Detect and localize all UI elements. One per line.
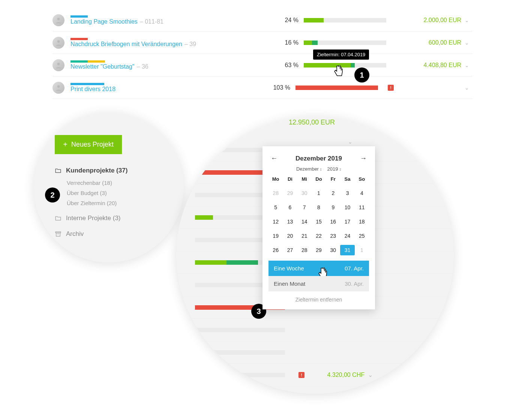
weekday-header: So [355, 176, 369, 184]
chevron-down-icon[interactable]: ⌄ [461, 40, 472, 46]
alert-icon: ! [298, 372, 304, 378]
amount: 4.320,00 CHF [308, 372, 364, 378]
calendar-day[interactable]: 28 [268, 188, 283, 198]
progress-percent: 103 % [260, 84, 290, 91]
calendar-day[interactable]: 27 [283, 245, 297, 255]
avatar [52, 37, 64, 49]
calendar-day[interactable]: 28 [297, 245, 312, 255]
project-code: – 011-81 [140, 18, 164, 25]
plus-icon: + [63, 140, 68, 149]
datepicker-title: Dezember 2019 [296, 155, 342, 162]
avatar [52, 82, 64, 94]
calendar-day[interactable]: 9 [326, 202, 340, 213]
calendar-day[interactable]: 3 [340, 188, 354, 198]
next-month-button[interactable]: → [358, 153, 369, 164]
calendar-day[interactable]: 15 [312, 216, 326, 227]
project-link[interactable]: Print divers 2018 [70, 86, 116, 93]
weekday-header: Sa [340, 176, 354, 184]
weekday-header: Mi [297, 176, 312, 184]
calendar-day[interactable]: 24 [340, 231, 354, 241]
calendar-day[interactable]: 17 [340, 216, 354, 227]
calendar-day[interactable]: 5 [268, 202, 283, 213]
calendar-day[interactable]: 25 [355, 231, 369, 241]
year-select[interactable]: 2019 [327, 166, 341, 172]
calendar-day[interactable]: 14 [297, 216, 312, 227]
prev-month-button[interactable]: ← [268, 153, 280, 164]
quick-date: 30. Apr. [345, 280, 364, 287]
svg-point-3 [57, 85, 60, 88]
archive-icon [55, 231, 62, 237]
folder-icon [55, 167, 62, 174]
calendar-day[interactable]: 13 [283, 216, 297, 227]
month-select[interactable]: Dezember [296, 166, 322, 172]
calendar-day[interactable]: 29 [312, 245, 326, 255]
calendar-day[interactable]: 4 [355, 188, 369, 198]
calendar-day[interactable]: 1 [312, 188, 326, 198]
amount: 4.408,80 EUR [398, 62, 461, 69]
calendar-day[interactable]: 6 [283, 202, 297, 213]
quick-one-week[interactable]: Eine Woche 07. Apr. [268, 261, 369, 276]
calendar-day[interactable]: 1 [355, 245, 369, 255]
progress-bar [304, 18, 386, 22]
calendar-day[interactable]: 30 [297, 188, 312, 198]
calendar-day[interactable]: 11 [355, 202, 369, 213]
svg-point-1 [57, 40, 60, 43]
calendar-day[interactable]: 21 [297, 231, 312, 241]
project-row: Newsletter "Geburtstag"– 3663 %4.408,80 … [52, 54, 472, 76]
weekday-header: Do [312, 176, 326, 184]
chevron-down-icon[interactable]: ⌄ [461, 85, 472, 91]
new-project-button[interactable]: + Neues Projekt [55, 135, 122, 154]
chevron-down-icon[interactable]: ⌄ [364, 371, 376, 378]
quick-one-month[interactable]: Einen Monat 30. Apr. [268, 276, 369, 291]
project-link[interactable]: Newsletter "Geburtstag" [70, 63, 135, 70]
filter-billable[interactable]: Verrechenbar (18) [67, 180, 169, 186]
sidebar-zoom: + Neues Projekt Kundenprojekte (37) Verr… [34, 112, 184, 262]
calendar-day[interactable]: 29 [283, 188, 297, 198]
svg-rect-5 [56, 233, 60, 236]
bg-row [176, 319, 454, 341]
calendar-day[interactable]: 7 [297, 202, 312, 213]
quick-label: Einen Monat [274, 280, 305, 287]
new-project-label: Neues Projekt [71, 141, 114, 148]
archive-label: Archiv [66, 230, 84, 238]
avatar [52, 59, 64, 71]
project-link[interactable]: Nachdruck Briefbogen mit Veränderungen [70, 41, 182, 48]
calendar-day[interactable]: 19 [268, 231, 283, 241]
chevron-down-icon[interactable]: ⌄ [461, 17, 472, 23]
calendar-day[interactable]: 20 [283, 231, 297, 241]
datepicker-zoom: 12.950,00 EUR ⌄ !4.320,00 CHF⌄ ← Dezembe… [176, 116, 454, 394]
calendar-day[interactable]: 16 [326, 216, 340, 227]
folder-label: Interne Projekte (3) [66, 214, 121, 222]
calendar-day[interactable]: 12 [268, 216, 283, 227]
chevron-down-icon[interactable]: ⌄ [461, 62, 472, 68]
avatar [52, 14, 64, 26]
amount: 600,00 EUR [398, 39, 461, 46]
project-link[interactable]: Landing Page Smoothies [70, 18, 138, 25]
sidebar-folder-internal[interactable]: Interne Projekte (3) [55, 214, 169, 222]
progress-bar [296, 86, 378, 90]
project-row: Print divers 2018103 %!⌄ [52, 76, 472, 99]
progress-bar [304, 40, 386, 45]
calendar-day[interactable]: 23 [326, 231, 340, 241]
svg-point-0 [57, 18, 60, 20]
calendar-day[interactable]: 18 [355, 216, 369, 227]
calendar-day[interactable]: 30 [326, 245, 340, 255]
project-row: Landing Page Smoothies– 011-8124 %2.000,… [52, 9, 472, 32]
calendar-day[interactable]: 8 [312, 202, 326, 213]
remove-deadline[interactable]: Zieltermin entfernen [268, 291, 369, 304]
calendar-day[interactable]: 26 [268, 245, 283, 255]
bg-row: !4.320,00 CHF⌄ [176, 364, 454, 386]
progress-percent: 63 % [268, 62, 298, 69]
callout-1: 1 [354, 68, 369, 82]
filter-over-budget[interactable]: Über Budget (3) [67, 190, 169, 196]
bg-row [176, 341, 454, 364]
calendar-day[interactable]: 10 [340, 202, 354, 213]
weekday-header: Fr [326, 176, 340, 184]
callout-2: 2 [45, 188, 60, 202]
sidebar-archive[interactable]: Archiv [55, 230, 169, 238]
calendar-day[interactable]: 22 [312, 231, 326, 241]
calendar-day[interactable]: 2 [326, 188, 340, 198]
sidebar-folder-customer[interactable]: Kundenprojekte (37) [55, 167, 169, 174]
calendar-day[interactable]: 31 [340, 245, 354, 255]
filter-over-deadline[interactable]: Über Zieltermin (20) [67, 200, 169, 206]
